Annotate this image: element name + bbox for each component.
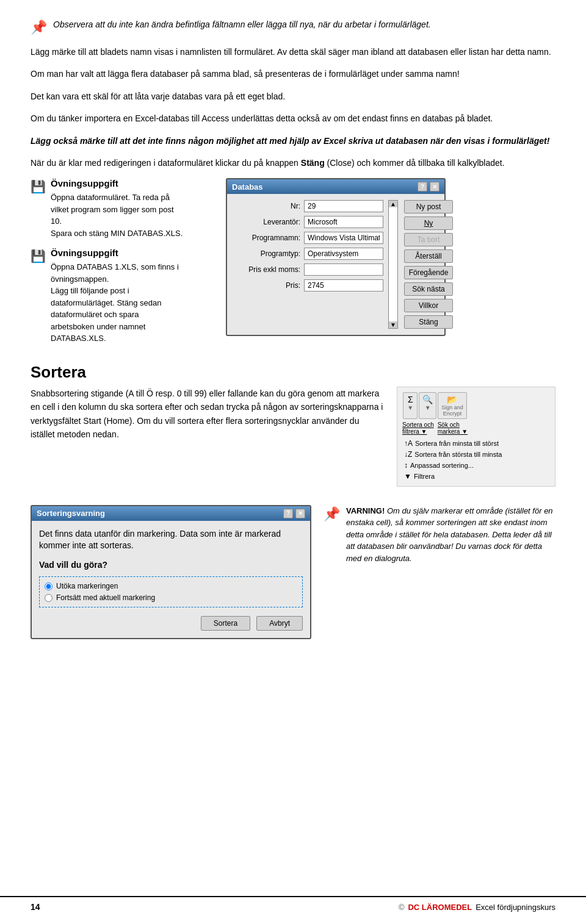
exercise-1-title: Övningsuppgift (51, 178, 183, 188)
sort-option-2[interactable]: Fortsätt med aktuell markering (45, 593, 297, 602)
paragraph-5: Lägg också märke till att det inte finns… (31, 134, 555, 148)
btn-foregaende[interactable]: Föregående (404, 266, 453, 279)
btn-sok-nasta[interactable]: Sök nästa (404, 282, 453, 296)
dialog-content: Nr: Leverantör: Programnamn: (233, 200, 438, 329)
exercise-1-content: Övningsuppgift Öppna dataformuläret. Ta … (51, 178, 183, 239)
scroll-down-arrow[interactable]: ▼ (390, 321, 396, 328)
dialog-column: Databas ? ✕ Nr: (226, 178, 555, 351)
label-pris: Pris: (233, 281, 300, 290)
dialog-scrollbar[interactable]: ▲ ▼ (388, 200, 398, 329)
footer-right: © DC LÄROMEDEL Excel fördjupningskurs (399, 903, 555, 912)
dialog-titlebar: Databas ? ✕ (227, 179, 444, 194)
paragraph-6-start: När du är klar med redigeringen i datafo… (31, 158, 301, 168)
menu-sort-desc[interactable]: ↓Z Sortera från största till minsta (402, 449, 550, 459)
dialog-close-button[interactable]: ✕ (430, 182, 440, 192)
sort-custom-label: Anpassad sortering... (410, 462, 474, 469)
btn-stang[interactable]: Stäng (404, 315, 453, 329)
dialog-fields: Nr: Leverantör: Programnamn: (233, 200, 383, 329)
menu-sort-custom[interactable]: ↕ Anpassad sortering... (402, 460, 550, 470)
exercise-1: 💾 Övningsuppgift Öppna dataformuläret. T… (31, 178, 214, 239)
sort-option-1-label: Utöka markeringen (56, 582, 118, 590)
exercise-2-title: Övningsuppgift (51, 248, 179, 258)
footer-page-number: 14 (31, 902, 40, 912)
sort-option-1[interactable]: Utöka markeringen (45, 582, 297, 590)
sortera-filter-label: Sortera ochfiltrera ▼ (402, 421, 434, 435)
search-mark-icon-box[interactable]: 🔍 ▼ (419, 392, 436, 419)
sortera-section: Sortera Snabbsortering stigande (A till … (31, 363, 555, 640)
menu-filter[interactable]: ▼ Filtrera (402, 471, 550, 481)
sort-dialog-close-button[interactable]: ✕ (295, 509, 305, 518)
note-text-1: Observera att du inte kan ändra befintli… (53, 18, 431, 31)
databas-dialog: Databas ? ✕ Nr: (226, 178, 446, 336)
pin-icon-1: 📌 (31, 20, 47, 35)
footer-brand: DC LÄROMEDEL (408, 903, 472, 912)
sign-encrypt-icon-box[interactable]: 📂 Sign andEncrypt (438, 392, 467, 419)
sort-filter-dropdown: ▼ (407, 404, 413, 411)
dialog-fields-area: Nr: Leverantör: Programnamn: (233, 200, 398, 329)
sok-markera-label: Sök ochmarkera ▼ (438, 421, 468, 435)
sortera-text-col: Snabbsortering stigande (A till Ö resp. … (31, 387, 385, 487)
sort-option-1-radio[interactable] (45, 582, 52, 590)
warning-title: VARNING! (346, 506, 387, 515)
sort-dialog-titlebar-buttons: ? ✕ (283, 509, 305, 518)
input-leverantor[interactable] (304, 216, 383, 228)
btn-ny-post[interactable]: Ny post (404, 200, 453, 213)
btn-ta-bort[interactable]: Ta bort (404, 233, 453, 246)
paragraph-6-bold: Stäng (301, 158, 325, 168)
btn-ny[interactable]: Ny (404, 217, 453, 230)
sort-dialog-question: Vad vill du göra? (39, 558, 303, 571)
sort-filter-symbol: Σ (408, 395, 413, 404)
input-pris[interactable] (304, 279, 383, 292)
dialog-row-leverantor: Leverantör: (233, 216, 383, 228)
sort-button[interactable]: Sortera (201, 616, 250, 631)
sort-dialog-help-button[interactable]: ? (283, 509, 293, 518)
exercise-icon-2: 💾 (31, 249, 46, 263)
sort-desc-label: Sortera från största till minsta (414, 451, 502, 458)
sign-encrypt-symbol: 📂 (447, 395, 457, 404)
exercises-and-dialog: 💾 Övningsuppgift Öppna dataformuläret. T… (31, 178, 555, 351)
sort-dialog-warning-row: Sorteringsvarning ? ✕ Det finns data uta… (31, 499, 555, 640)
note-block-1: 📌 Observera att du inte kan ändra befint… (31, 18, 555, 35)
label-programnamn: Programnamn: (233, 234, 300, 242)
exercises-column: 💾 Övningsuppgift Öppna dataformuläret. T… (31, 178, 214, 351)
input-programnamn[interactable] (304, 232, 383, 244)
btn-aterstall[interactable]: Återställ (404, 249, 453, 263)
dialog-row-pris: Pris: (233, 279, 383, 292)
label-programtyp: Programtyp: (233, 249, 300, 258)
exercise-icon-1: 💾 (31, 179, 46, 194)
dialog-row-nr: Nr: (233, 200, 383, 212)
sort-dialog-buttons: Sortera Avbryt (39, 616, 303, 631)
btn-villkor[interactable]: Villkor (404, 299, 453, 312)
exercise-2-content: Övningsuppgift Öppna DATABAS 1.XLS, som … (51, 248, 179, 345)
dialog-row-programnamn: Programnamn: (233, 232, 383, 244)
sort-dialog-container: Sorteringsvarning ? ✕ Det finns data uta… (31, 499, 311, 640)
sort-dialog-titlebar: Sorteringsvarning ? ✕ (32, 506, 310, 521)
input-pris-exkl[interactable] (304, 263, 383, 276)
exercise-1-body: Öppna dataformuläret. Ta reda på vilket … (51, 192, 183, 239)
menu-sort-asc[interactable]: ↑A Sortera från minsta till störst (402, 439, 550, 448)
exercise-2: 💾 Övningsuppgift Öppna DATABAS 1.XLS, so… (31, 248, 214, 345)
sort-filter-icon-box[interactable]: Σ ▼ (403, 392, 418, 419)
input-programtyp[interactable] (304, 248, 383, 260)
toolbar-btn-sortera[interactable]: Σ ▼ 🔍 ▼ 📂 (402, 392, 468, 435)
sort-dialog-title-text: Sorteringsvarning (37, 509, 105, 518)
scroll-up-arrow[interactable]: ▲ (390, 201, 396, 207)
dialog-buttons-column: Ny post Ny Ta bort Återställ Föregående … (404, 200, 453, 329)
sortera-intro: Snabbsortering stigande (A till Ö resp. … (31, 387, 385, 442)
paragraph-1: Lägg märke till att bladets namn visas i… (31, 45, 555, 59)
dialog-help-button[interactable]: ? (418, 182, 427, 192)
paragraph-6: När du är klar med redigeringen i datafo… (31, 156, 555, 170)
warning-text-block: VARNING! Om du själv markerar ett område… (346, 505, 555, 565)
cancel-button[interactable]: Avbryt (256, 616, 303, 631)
dialog-titlebar-buttons[interactable]: ? ✕ (418, 182, 440, 192)
dialog-row-programtyp: Programtyp: (233, 248, 383, 260)
sort-option-2-radio[interactable] (45, 594, 52, 602)
sort-dialog-description: Det finns data utanför din markering. Da… (39, 528, 303, 552)
dialog-title: Databas (232, 182, 263, 192)
sortera-two-col: Snabbsortering stigande (A till Ö resp. … (31, 387, 555, 487)
input-nr[interactable] (304, 200, 383, 212)
sort-custom-icon: ↕ (404, 461, 408, 470)
sort-asc-label: Sortera från minsta till störst (415, 440, 499, 447)
sign-encrypt-label: Sign andEncrypt (441, 404, 463, 417)
paragraph-6-end: (Close) och kommer då tillbaka till kalk… (325, 158, 505, 168)
